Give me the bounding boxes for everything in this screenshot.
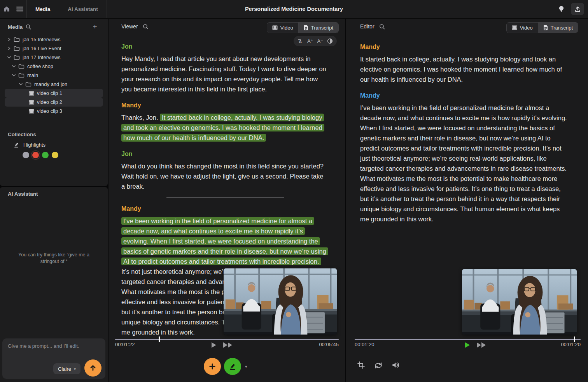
transcript-segment: Thanks, Jon. (121, 114, 160, 121)
total-time: 00:05:45 (319, 342, 339, 347)
highlight-dot-yellow[interactable] (52, 152, 58, 158)
editor-timeline[interactable] (355, 336, 581, 342)
speaker-label-mandy[interactable]: Mandy (360, 42, 568, 52)
speaker-label-jon[interactable]: Jon (121, 42, 329, 52)
idea-button[interactable] (555, 2, 568, 16)
add-clip-button[interactable] (204, 358, 221, 375)
crop-icon (357, 361, 365, 369)
highlight-button[interactable] (224, 358, 241, 375)
tree-item-mandy-and-jon[interactable]: mandy and jon (5, 80, 103, 89)
folder-icon (18, 73, 24, 78)
highlight-dot-red[interactable] (32, 152, 39, 158)
tab-media[interactable]: Media (27, 0, 59, 18)
transcript-paragraph[interactable]: It started back in college, actually. I … (360, 54, 568, 84)
share-button[interactable] (571, 3, 584, 15)
play-button[interactable] (212, 342, 216, 348)
viewer-actions: ▾ (204, 358, 247, 375)
home-button[interactable] (0, 2, 13, 16)
folder-icon (14, 46, 20, 51)
viewer-transcript-tab-label: Transcript (311, 25, 333, 31)
transcript-segment: It started back in college, actually. I … (360, 56, 562, 83)
viewer-transcript-tab[interactable]: Transcript (299, 23, 338, 33)
speaker-label-mandy[interactable]: Mandy (360, 91, 568, 101)
lightbulb-icon (558, 5, 565, 13)
filmstrip-icon (29, 91, 34, 96)
tree-item-video-clip-1[interactable]: video clip 1 (5, 89, 103, 98)
search-icon[interactable] (143, 24, 149, 30)
chevron-down-icon (19, 83, 23, 86)
add-media-button[interactable]: + (90, 22, 100, 32)
upload-icon (574, 6, 581, 12)
tree-item-jan-15-interviews[interactable]: jan 15 Interviews (5, 35, 103, 44)
fast-forward-button[interactable] (477, 342, 486, 348)
chevron-down-icon: ▾ (74, 367, 76, 371)
editor-panel: Editor Video Transcript Mandy It started… (346, 19, 588, 382)
transcript-paragraph[interactable]: I’ve been working in the field of person… (360, 103, 568, 224)
transcript-segment: What do you think has changed the most i… (121, 163, 324, 190)
transcript-paragraph[interactable]: What do you think has changed the most i… (121, 161, 329, 191)
tree-item-jan-17-interviews[interactable]: jan 17 Interviews (5, 53, 103, 62)
top-bar: Media AI Assistant Personalized Medicine… (0, 0, 588, 19)
playhead[interactable] (574, 336, 576, 342)
timeline-track[interactable] (355, 339, 581, 340)
transcript-paragraph[interactable]: Thanks, Jon. It started back in college,… (121, 112, 329, 143)
viewer-timeline[interactable] (115, 336, 339, 342)
tree-item-video-clip-3[interactable]: video clip 3 (5, 107, 103, 116)
editor-video-preview[interactable] (462, 269, 577, 335)
speaker-label-mandy[interactable]: Mandy (121, 204, 329, 214)
viewer-title: Viewer (121, 23, 138, 30)
filmstrip-icon (29, 100, 34, 105)
filmstrip-icon (272, 25, 278, 30)
highlight-dot-green[interactable] (42, 152, 49, 158)
viewer-video-preview[interactable] (224, 268, 337, 335)
menu-icon (16, 6, 24, 12)
video-frame (224, 268, 337, 335)
tab-ai-assistant[interactable]: AI Assistant (59, 0, 107, 18)
fast-forward-button[interactable] (223, 342, 232, 348)
viewer-video-tab[interactable]: Video (267, 23, 298, 33)
document-icon (304, 25, 308, 30)
volume-button[interactable] (392, 361, 400, 369)
tree-item-label: coffee shop (27, 63, 53, 69)
filmstrip-icon (512, 25, 517, 30)
app-window: Media AI Assistant Personalized Medicine… (0, 0, 588, 382)
tree-item-coffee-shop[interactable]: coffee shop (5, 62, 103, 71)
collections-title: Collections (8, 131, 36, 137)
voice-name: Claire (58, 366, 71, 372)
speaker-label-mandy[interactable]: Mandy (121, 100, 329, 110)
transcript-paragraph[interactable]: Hey Mandy, I read that article you sent … (121, 54, 329, 94)
voice-selector[interactable]: Claire ▾ (53, 363, 80, 374)
editor-transcript-tab[interactable]: Transcript (538, 23, 578, 33)
play-button[interactable] (465, 342, 470, 348)
playhead[interactable] (159, 336, 160, 342)
chevron-down-icon (12, 65, 16, 68)
loop-button[interactable] (374, 361, 383, 369)
timeline-track[interactable] (115, 339, 339, 340)
search-icon[interactable] (26, 24, 31, 30)
search-icon[interactable] (379, 24, 385, 30)
home-icon (3, 5, 10, 12)
prompt-placeholder: Give me a prompt... and I’ll edit. (8, 343, 79, 349)
highlight-options-caret[interactable]: ▾ (245, 364, 247, 369)
editor-video-tab[interactable]: Video (507, 23, 538, 33)
media-panel-title: Media (8, 24, 23, 30)
tree-item-video-clip-2[interactable]: video clip 2 (5, 98, 103, 107)
tree-item-label: video clip 2 (37, 99, 62, 105)
prompt-input[interactable]: Give me a prompt... and I’ll edit. Clair… (2, 338, 105, 379)
ai-assistant-title: AI Assistant (8, 191, 38, 197)
tree-item-jan-16-live-event[interactable]: jan 16 Live Event (5, 44, 103, 53)
viewer-view-toggle: Video Transcript (267, 22, 339, 33)
media-panel: Media + jan 15 Interviews jan 16 Live Ev… (0, 19, 108, 186)
tree-item-main[interactable]: main (5, 71, 103, 80)
crop-button[interactable] (357, 361, 365, 369)
highlight-dot-gray[interactable] (23, 152, 29, 158)
send-prompt-button[interactable] (84, 359, 102, 377)
chevron-right-icon (8, 38, 10, 41)
collection-label: Highlights (23, 142, 46, 148)
collection-highlights[interactable]: Highlights (13, 142, 46, 148)
menu-button[interactable] (13, 2, 26, 16)
viewer-panel: Viewer Video Transcript A A⁺ A⁻ (108, 19, 345, 382)
transcript-segment: I’ve been working in the field of person… (360, 104, 567, 223)
speaker-label-jon[interactable]: Jon (121, 149, 329, 159)
tree-item-label: video clip 1 (37, 90, 62, 96)
